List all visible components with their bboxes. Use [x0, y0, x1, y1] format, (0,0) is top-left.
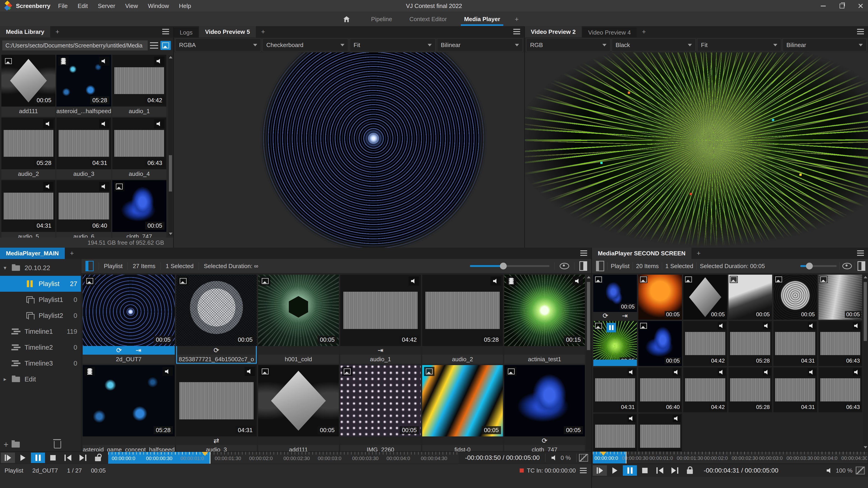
- library-path-field[interactable]: C:/Users/secto/Documents/Screenberry/unt…: [2, 40, 148, 51]
- playhead-marker[interactable]: [202, 452, 208, 456]
- playlist-item[interactable]: 06:43: [818, 367, 862, 413]
- loop-icon[interactable]: ⟳: [214, 347, 219, 354]
- play-from-start-button[interactable]: [593, 465, 607, 476]
- visibility-icon[interactable]: [560, 263, 569, 269]
- playlist-item[interactable]: 00:15 actinia_test1: [504, 275, 585, 364]
- playlist-item[interactable]: 00:05 fidst-0: [422, 365, 503, 451]
- pause-button[interactable]: [31, 453, 45, 463]
- sidebar-toggle-icon[interactable]: [86, 261, 94, 271]
- volume-icon[interactable]: [827, 467, 833, 474]
- stop-button[interactable]: [638, 465, 652, 476]
- playlist-item[interactable]: 00:05 ⟳ cloth_747: [504, 365, 585, 451]
- list-view-icon[interactable]: [150, 42, 158, 49]
- tab-mediaplayer-main[interactable]: MediaPlayer_MAIN: [0, 248, 65, 259]
- playlist-scrollbar[interactable]: [863, 275, 868, 449]
- playlist-item[interactable]: 00:05 ⟳ ⇥: [593, 275, 637, 319]
- playlist-item[interactable]: 00:05 IMG_2260: [340, 365, 421, 451]
- next-clip-button[interactable]: [76, 453, 90, 463]
- preview-dropdown[interactable]: Fit: [697, 39, 781, 51]
- workspace-tab[interactable]: Media Player: [455, 12, 509, 26]
- library-item[interactable]: 05:28 asteroid_...halfspeed: [56, 55, 111, 117]
- preview-dropdown[interactable]: Bilinear: [782, 39, 867, 51]
- library-item[interactable]: 06:40 audio_6: [56, 180, 111, 238]
- preview-dropdown[interactable]: Checkerboard: [262, 39, 348, 51]
- add-preview-tab-button[interactable]: +: [256, 28, 270, 36]
- playlist-item[interactable]: 04:31 ⇄ audio_3: [176, 365, 257, 451]
- volume-percent[interactable]: 100 %: [836, 467, 852, 474]
- add-player-tab-button[interactable]: +: [65, 249, 79, 257]
- mode-label[interactable]: Playlist: [104, 263, 122, 270]
- volume-percent[interactable]: 0 %: [561, 454, 571, 461]
- playhead-marker[interactable]: [600, 452, 607, 456]
- play-button[interactable]: [608, 465, 622, 476]
- home-icon[interactable]: [343, 17, 350, 22]
- playlist-item[interactable]: 00:05 ⟳ 8253877721_64b15002c7_o: [176, 275, 257, 364]
- library-item[interactable]: 00:05 add111: [1, 55, 56, 117]
- preview-tab[interactable]: Video Preview 5: [199, 26, 256, 37]
- next-clip-button[interactable]: [668, 465, 682, 476]
- layout-toggle-icon[interactable]: [580, 261, 587, 271]
- tree-item[interactable]: Timeline1 119: [0, 324, 81, 339]
- playlist-item[interactable]: 00:05: [638, 275, 682, 319]
- lock-icon[interactable]: [91, 453, 105, 463]
- tab-media-library[interactable]: Media Library: [0, 26, 50, 37]
- skip-icon[interactable]: ⇥: [135, 347, 141, 354]
- playlist-item[interactable]: 05:28: [728, 367, 772, 413]
- playlist-item[interactable]: 00:05: [638, 321, 682, 366]
- playlist-item[interactable]: 00:05: [683, 275, 727, 319]
- add-workspace-tab-button[interactable]: +: [509, 16, 525, 23]
- playlist-item[interactable]: 04:42: [683, 367, 727, 413]
- playlist-item[interactable]: 05:28 asteroid_game_concept_halfspeed: [83, 365, 175, 451]
- library-scrollbar[interactable]: [168, 55, 173, 236]
- tree-item[interactable]: Timeline3 0: [0, 355, 81, 371]
- library-item[interactable]: 04:31 audio_5: [1, 180, 56, 238]
- menu-item[interactable]: Server: [98, 2, 115, 9]
- tree-item[interactable]: Playlist1 0: [0, 292, 81, 308]
- playlist-item[interactable]: 06:40: [638, 367, 682, 413]
- loop-icon[interactable]: ⟳: [542, 437, 547, 444]
- thumbnail-zoom-slider[interactable]: [800, 265, 837, 267]
- preview-dropdown[interactable]: Fit: [350, 39, 436, 51]
- add-folder-icon[interactable]: [11, 441, 20, 448]
- close-button[interactable]: [857, 2, 864, 9]
- menu-item[interactable]: Window: [148, 2, 169, 9]
- tab-mediaplayer-second[interactable]: MediaPlayer SECOND SCREEN: [592, 248, 691, 259]
- tree-item[interactable]: Playlist2 0: [0, 308, 81, 324]
- status-menu-icon[interactable]: [580, 468, 587, 473]
- workspace-tab[interactable]: Pipeline: [363, 12, 401, 26]
- playlist-item[interactable]: 04:31: [593, 414, 637, 451]
- library-item[interactable]: 05:28 audio_2: [1, 118, 56, 179]
- menu-item[interactable]: View: [125, 2, 138, 9]
- menu-item[interactable]: File: [58, 2, 68, 9]
- playlist-item[interactable]: 05:28: [728, 321, 772, 366]
- fade-curve-icon[interactable]: [856, 467, 865, 475]
- mode-label[interactable]: Playlist: [611, 263, 629, 270]
- previous-clip-button[interactable]: [61, 453, 75, 463]
- layout-toggle-icon[interactable]: [858, 261, 865, 271]
- skip-icon[interactable]: ⇥: [378, 347, 383, 354]
- tree-item[interactable]: Timeline2 0: [0, 339, 81, 355]
- panel-menu-icon[interactable]: [513, 29, 520, 34]
- preview-tab[interactable]: Video Preview 2: [525, 26, 582, 37]
- visibility-icon[interactable]: [842, 263, 852, 269]
- tree-item[interactable]: ▸ Edit: [0, 371, 81, 387]
- pause-button[interactable]: [623, 465, 637, 476]
- workspace-tab[interactable]: Context Editor: [401, 12, 456, 26]
- playlist-item[interactable]: 00:05 h001_cold: [258, 275, 339, 364]
- panel-menu-icon[interactable]: [580, 250, 587, 256]
- preview-tab[interactable]: Logs: [174, 28, 198, 37]
- skip-icon[interactable]: ⇄: [214, 437, 219, 444]
- menu-item[interactable]: Edit: [78, 2, 88, 9]
- minimize-button[interactable]: [820, 2, 827, 9]
- preview-dropdown[interactable]: Black: [612, 39, 696, 51]
- restore-button[interactable]: [838, 2, 845, 9]
- stop-button[interactable]: [46, 453, 60, 463]
- playlist-item[interactable]: 04:31: [593, 367, 637, 413]
- library-item[interactable]: 04:31 audio_3: [56, 118, 111, 179]
- thumbnail-zoom-slider[interactable]: [470, 265, 550, 267]
- panel-menu-icon[interactable]: [857, 29, 864, 34]
- playlist-item[interactable]: 06:43: [818, 321, 862, 366]
- preview-dropdown[interactable]: RGB: [526, 39, 610, 51]
- playlist-item[interactable]: 00:05 ⟳ ⇥ 2d_OUT7: [83, 275, 175, 364]
- thumbnail-view-button[interactable]: [160, 41, 171, 50]
